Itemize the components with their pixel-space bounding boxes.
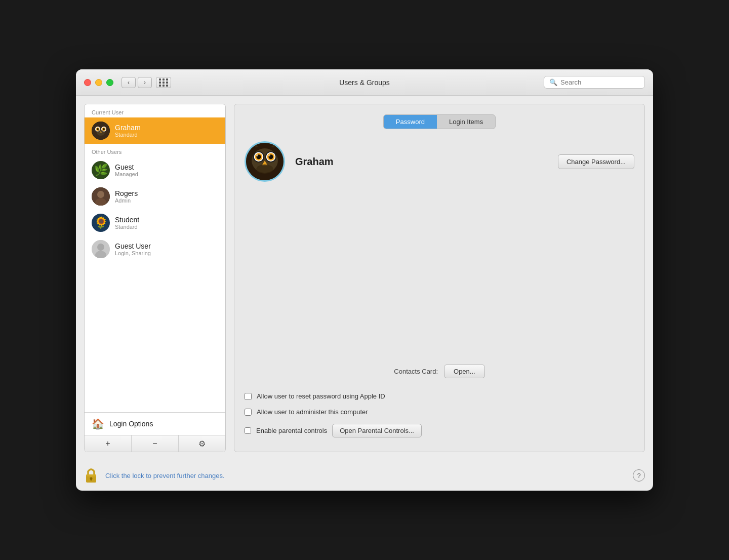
sunflower-icon: 🌻 [94,216,108,229]
parental-controls-label: Enable parental controls [256,427,327,434]
grid-icon [159,78,169,87]
open-parental-controls-button[interactable]: Open Parental Controls... [332,424,422,437]
userrole-graham: Standard [115,132,141,138]
sidebar: Current User [84,104,226,452]
contacts-card-label: Contacts Card: [394,368,438,375]
avatar-rogers [92,187,110,206]
options-area: Contacts Card: Open... Allow user to res… [245,365,634,442]
traffic-lights [84,79,113,86]
username-guest: Guest [115,163,138,171]
main-user-name: Graham [295,156,334,168]
main-content: Current User [76,96,653,460]
open-contacts-button[interactable]: Open... [444,365,485,378]
maximize-button[interactable] [106,79,113,86]
svg-point-25 [256,154,258,156]
parental-controls-checkbox[interactable] [245,427,251,434]
grid-view-button[interactable] [156,77,171,88]
svg-point-28 [256,165,273,174]
avatar-student: 🌻 [92,214,110,232]
tab-password[interactable]: Password [384,115,437,129]
admin-checkbox[interactable] [245,409,252,416]
svg-point-13 [97,244,104,251]
user-info-student: Student Standard [115,216,139,230]
user-header: Graham Change Password... [245,141,634,182]
tab-bar: Password Login Items [245,114,634,129]
main-window: ‹ › Users & Groups 🔍 Current User [76,69,653,491]
add-user-button[interactable]: + [85,435,132,452]
reset-password-checkbox[interactable] [245,393,252,400]
sidebar-item-student[interactable]: 🌻 Student Standard [85,210,225,236]
current-user-label: Current User [85,104,225,117]
user-info-rogers: Rogers Admin [115,189,138,204]
userrole-guest-user: Login, Sharing [115,250,151,256]
username-guest-user: Guest User [115,242,151,250]
userrole-student: Standard [115,224,139,230]
house-icon: 🏠 [92,418,104,430]
back-button[interactable]: ‹ [122,77,136,88]
username-student: Student [115,216,139,224]
admin-label: Allow user to administer this computer [257,408,368,416]
sidebar-users-list: Current User [85,104,225,412]
svg-point-5 [97,128,99,130]
other-users-label: Other Users [85,144,225,157]
lock-icon-wrap[interactable] [84,466,98,485]
help-button[interactable]: ? [633,469,645,482]
svg-point-8 [97,130,105,136]
sidebar-item-guest[interactable]: 🌿 Guest Managed [85,157,225,183]
svg-point-26 [268,154,270,156]
avatar-guest-user [92,240,110,258]
login-options-label: Login Options [109,420,153,428]
avatar-guest: 🌿 [92,161,110,179]
sidebar-item-rogers[interactable]: Rogers Admin [85,183,225,210]
sidebar-bottom: 🏠 Login Options + − ⚙ [85,412,225,452]
svg-point-6 [103,128,105,130]
close-button[interactable] [84,79,91,86]
guest-user-avatar-icon [92,240,110,258]
search-bar[interactable]: 🔍 [544,76,645,89]
avatar-graham [92,122,110,140]
tab-login-items[interactable]: Login Items [437,115,495,129]
userrole-guest: Managed [115,171,138,177]
leaf-icon: 🌿 [94,164,108,177]
sidebar-item-graham[interactable]: Graham Standard [85,117,225,144]
user-info-graham: Graham Standard [115,124,141,138]
sidebar-item-guest-user[interactable]: Guest User Login, Sharing [85,236,225,262]
username-graham: Graham [115,124,141,132]
search-input[interactable] [560,78,639,86]
parental-controls-row: Enable parental controls Open Parental C… [245,420,634,442]
login-options-item[interactable]: 🏠 Login Options [85,413,225,435]
window-title: Users & Groups [339,78,390,87]
reset-password-label: Allow user to reset password using Apple… [257,392,385,400]
svg-point-10 [97,191,104,198]
rogers-avatar-icon [92,187,110,206]
settings-button[interactable]: ⚙ [179,435,225,452]
nav-buttons: ‹ › [122,77,152,88]
main-avatar [245,141,285,182]
spacer [245,197,634,365]
user-info-guest: Guest Managed [115,163,138,177]
sidebar-actions: + − ⚙ [85,435,225,452]
right-panel: Password Login Items [234,104,645,452]
svg-rect-34 [86,474,96,476]
userrole-rogers: Admin [115,197,138,204]
lock-text[interactable]: Click the lock to prevent further change… [105,472,225,479]
minimize-button[interactable] [95,79,102,86]
owl-icon-small [92,122,110,140]
checkbox-row-1: Allow user to reset password using Apple… [245,388,634,404]
tab-group: Password Login Items [383,114,496,129]
user-info-guest-user: Guest User Login, Sharing [115,242,151,256]
owl-avatar-large [246,141,284,182]
footer: Click the lock to prevent further change… [76,460,653,491]
lock-icon [84,466,98,485]
remove-user-button[interactable]: − [132,435,179,452]
svg-rect-33 [91,478,92,481]
checkbox-row-2: Allow user to administer this computer [245,404,634,420]
change-password-button[interactable]: Change Password... [558,154,634,169]
titlebar: ‹ › Users & Groups 🔍 [76,69,653,96]
username-rogers: Rogers [115,189,138,197]
contacts-card-row: Contacts Card: Open... [245,365,634,378]
forward-button[interactable]: › [138,77,152,88]
search-icon: 🔍 [549,78,557,86]
